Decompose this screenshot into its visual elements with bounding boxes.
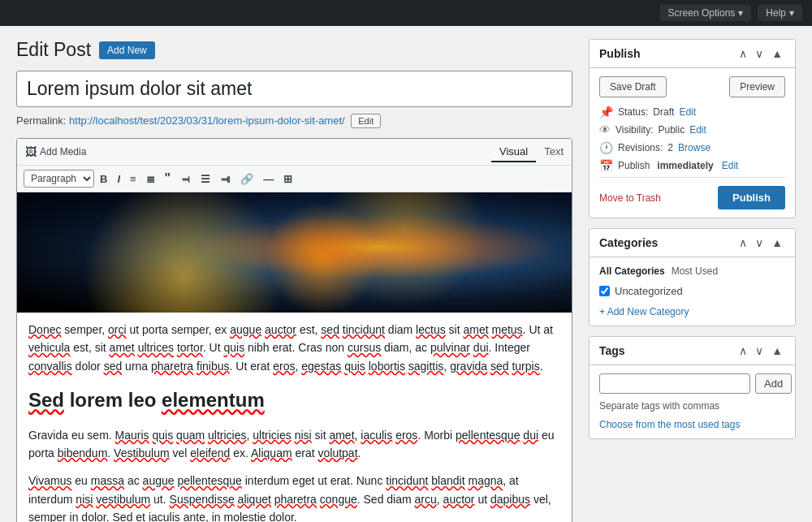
chevron-down-icon-2: ▾ <box>789 7 794 19</box>
revisions-label: Revisions: <box>618 142 663 153</box>
format-select[interactable]: Paragraph <box>24 170 94 188</box>
publish-timing: immediately <box>657 160 713 171</box>
visibility-edit-link[interactable]: Edit <box>689 124 706 136</box>
editor-content[interactable]: Donec semper, orci ut porta semper, ex a… <box>17 313 572 522</box>
status-row: 📌 Status: Draft Edit <box>599 106 785 119</box>
help-button[interactable]: Help ▾ <box>758 5 802 21</box>
body-paragraph-1: Donec semper, orci ut porta semper, ex a… <box>28 321 560 375</box>
categories-panel: Categories ∧ ∨ ▲ All Categories Most Use… <box>589 228 796 326</box>
publish-label-inline: Publish <box>618 160 650 171</box>
tags-hint: Separate tags with commas <box>599 400 785 412</box>
tags-collapse-up[interactable]: ∧ <box>736 343 749 358</box>
status-icon: 📌 <box>599 106 613 119</box>
help-label: Help <box>766 7 786 19</box>
tab-visual[interactable]: Visual <box>491 142 536 162</box>
status-edit-link[interactable]: Edit <box>679 106 696 118</box>
editor-toolbar: Paragraph B I ≡ ≣ " ⫤ ☰ ⫥ 🔗 — ⊞ <box>17 166 572 192</box>
preview-button[interactable]: Preview <box>729 76 785 97</box>
publish-timing-edit-link[interactable]: Edit <box>722 160 739 171</box>
categories-body: All Categories Most Used Uncategorized +… <box>590 257 795 326</box>
bold-button[interactable]: B <box>96 170 111 188</box>
category-label-uncategorized: Uncategorized <box>615 285 683 297</box>
revisions-row: 🕐 Revisions: 2 Browse <box>599 141 785 154</box>
add-media-label: Add Media <box>40 146 86 157</box>
all-categories-tab[interactable]: All Categories <box>599 265 665 277</box>
permalink-label: Permalink: <box>16 114 66 127</box>
page-header: Edit Post Add New <box>16 39 572 61</box>
body-heading: Sed lorem leo elementum <box>28 385 560 416</box>
editor-image <box>17 192 572 313</box>
publish-collapse-down[interactable]: ∨ <box>753 46 766 61</box>
add-media-icon: 🖼 <box>25 145 37 158</box>
permalink-edit-button[interactable]: Edit <box>351 114 381 128</box>
body-paragraph-3: Vivamus eu massa ac augue pellentesque i… <box>28 472 560 522</box>
most-used-tab[interactable]: Most Used <box>672 265 718 277</box>
table-button[interactable]: ⊞ <box>279 170 296 188</box>
more-button[interactable]: — <box>259 170 278 188</box>
italic-button[interactable]: I <box>113 170 124 188</box>
main-content: Edit Post Add New Permalink: http://loca… <box>16 39 572 522</box>
tags-choose-link[interactable]: Choose from the most used tags <box>599 419 740 430</box>
tags-toggle[interactable]: ▲ <box>769 343 785 358</box>
align-right-button[interactable]: ⫥ <box>216 170 235 188</box>
status-value: Draft <box>653 106 674 118</box>
add-new-button[interactable]: Add New <box>99 41 155 59</box>
save-draft-button[interactable]: Save Draft <box>599 76 667 97</box>
permalink-url[interactable]: http://localhost/test/2023/03/31/lorem-i… <box>69 114 345 127</box>
revisions-browse-link[interactable]: Browse <box>678 142 710 153</box>
align-center-button[interactable]: ☰ <box>197 170 214 188</box>
move-to-trash-link[interactable]: Move to Trash <box>599 192 661 204</box>
blockquote-button[interactable]: " <box>161 169 175 188</box>
publish-controls: ∧ ∨ ▲ <box>736 46 785 61</box>
chevron-down-icon: ▾ <box>738 7 743 19</box>
permalink-row: Permalink: http://localhost/test/2023/03… <box>16 114 572 128</box>
category-item-uncategorized[interactable]: Uncategorized <box>599 285 785 297</box>
publish-collapse-up[interactable]: ∧ <box>736 46 749 61</box>
publish-row-buttons: Save Draft Preview <box>599 76 785 97</box>
align-left-button[interactable]: ⫤ <box>176 170 195 188</box>
body-paragraph-2: Gravida eu sem. Mauris quis quam ultrici… <box>28 426 560 463</box>
categories-tabs: All Categories Most Used <box>599 265 785 277</box>
category-checkbox-uncategorized[interactable] <box>599 286 610 296</box>
editor-box: 🖼 Add Media Visual Text Paragraph B I ≡ … <box>16 138 572 522</box>
categories-collapse-down[interactable]: ∨ <box>753 235 766 250</box>
ordered-list-button[interactable]: ≣ <box>142 170 159 188</box>
publish-panel-header: Publish ∧ ∨ ▲ <box>590 40 795 68</box>
tags-controls: ∧ ∨ ▲ <box>736 343 785 358</box>
publish-timing-row: 📅 Publish immediately Edit <box>599 159 785 172</box>
categories-controls: ∧ ∨ ▲ <box>736 235 785 250</box>
publish-timing-icon: 📅 <box>599 159 613 172</box>
link-button[interactable]: 🔗 <box>236 170 257 188</box>
tags-input[interactable] <box>599 373 750 394</box>
tags-title: Tags <box>599 344 625 357</box>
publish-panel: Publish ∧ ∨ ▲ Save Draft Preview 📌 Statu… <box>589 39 796 218</box>
editor-body[interactable]: Donec semper, orci ut porta semper, ex a… <box>17 192 572 522</box>
categories-title: Categories <box>599 236 658 249</box>
unordered-list-button[interactable]: ≡ <box>126 170 140 188</box>
visibility-icon: 👁 <box>599 123 611 136</box>
editor-tabs: Visual Text <box>491 142 572 162</box>
add-new-category-link[interactable]: + Add New Category <box>599 306 689 317</box>
publish-button[interactable]: Publish <box>718 186 785 209</box>
page-title: Edit Post <box>16 39 91 61</box>
status-label: Status: <box>618 106 648 118</box>
tags-panel: Tags ∧ ∨ ▲ Add Separate tags with commas… <box>589 336 796 439</box>
post-title-input[interactable] <box>16 71 572 107</box>
add-media-button[interactable]: 🖼 Add Media <box>17 139 94 165</box>
publish-actions: Move to Trash Publish <box>599 177 785 209</box>
tags-add-button[interactable]: Add <box>755 373 792 394</box>
category-list: Uncategorized <box>599 285 785 297</box>
tags-input-row: Add <box>599 373 785 394</box>
screen-options-label: Screen Options <box>668 7 736 19</box>
tab-text[interactable]: Text <box>536 142 572 162</box>
tags-panel-header: Tags ∧ ∨ ▲ <box>590 337 795 365</box>
sidebar: Publish ∧ ∨ ▲ Save Draft Preview 📌 Statu… <box>589 39 796 439</box>
tags-collapse-down[interactable]: ∨ <box>753 343 766 358</box>
top-bar: Screen Options ▾ Help ▾ <box>0 0 812 26</box>
screen-options-button[interactable]: Screen Options ▾ <box>660 5 752 21</box>
categories-toggle[interactable]: ▲ <box>769 235 785 250</box>
tags-body: Add Separate tags with commas Choose fro… <box>590 365 795 438</box>
categories-collapse-up[interactable]: ∧ <box>736 235 749 250</box>
publish-body: Save Draft Preview 📌 Status: Draft Edit … <box>590 68 795 218</box>
publish-toggle[interactable]: ▲ <box>769 46 785 61</box>
